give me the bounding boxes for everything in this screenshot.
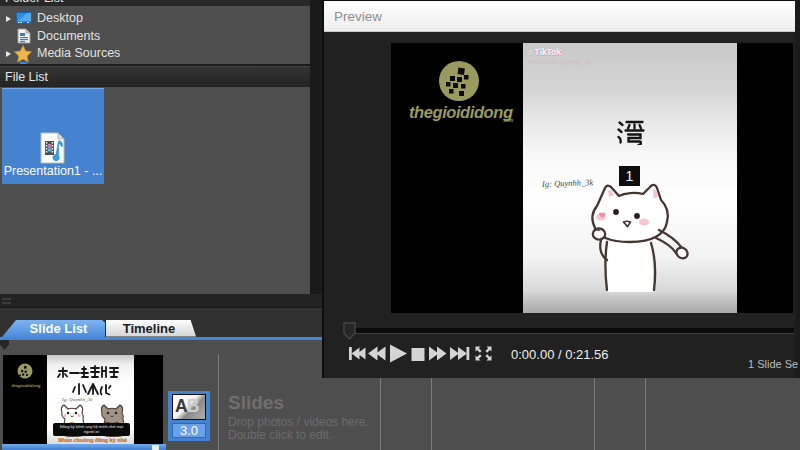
svg-text:.com: .com xyxy=(502,118,513,123)
svg-text:thegioididong: thegioididong xyxy=(11,383,40,388)
svg-text:thegioididong: thegioididong xyxy=(409,103,513,121)
